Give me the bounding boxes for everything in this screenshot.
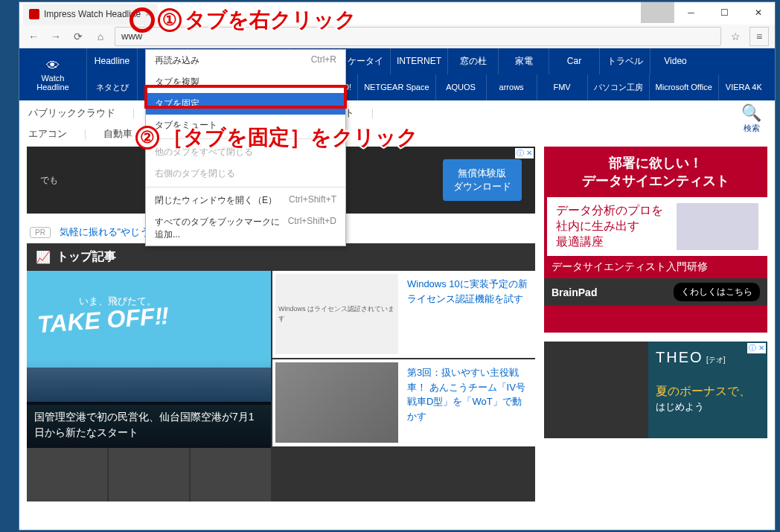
ad2-brand-sub: [テオ] xyxy=(706,356,726,364)
ad1-footer-title: データサイエンティスト入門研修 xyxy=(544,256,767,278)
back-button[interactable]: ← xyxy=(25,28,42,45)
tag-link[interactable]: エアコン xyxy=(28,127,67,141)
feature-overlay: TAKE OFF‼ xyxy=(36,302,170,339)
nav-item[interactable]: 窓の杜 xyxy=(447,48,498,74)
article-title: Windows 10に実装予定の新ライセンス認証機能を試す xyxy=(404,274,532,355)
annotation-text: ［タブを固定］をクリック xyxy=(162,124,418,152)
sub-thumb[interactable] xyxy=(27,448,107,501)
nav-item[interactable]: ネタとぴ xyxy=(86,74,137,100)
ad1-headline1: 部署に欲しい！ xyxy=(552,154,760,172)
annotation-number: ① xyxy=(158,8,182,32)
nav-item[interactable]: トラベル xyxy=(599,48,650,74)
ad2-brand: THEO xyxy=(656,349,703,365)
bolt-icon: 📈 xyxy=(36,250,51,264)
site-header: 👁 Watch Headline HeadlineVGAMEケータイINTERN… xyxy=(19,48,775,100)
site-logo[interactable]: 👁 Watch Headline xyxy=(19,48,86,100)
nav-item[interactable]: Car xyxy=(549,48,599,74)
ad1-cta[interactable]: くわしくはこちら xyxy=(674,283,760,301)
logo-text-2: Headline xyxy=(36,83,68,92)
top-header-text: トップ記事 xyxy=(57,249,116,265)
sub-thumbs xyxy=(27,448,535,501)
ad2-line1: 夏のボーナスで、 xyxy=(656,385,751,397)
menu-item[interactable]: 閉じたウィンドウを開く（E）Ctrl+Shift+T xyxy=(146,190,345,211)
logo-text-1: Watch xyxy=(42,74,65,83)
reload-button[interactable]: ⟳ xyxy=(70,28,86,45)
window-controls: ─ ☐ ✕ xyxy=(641,2,775,23)
spacer xyxy=(641,2,674,23)
tab-title: Impress Watch Headline xyxy=(44,9,141,19)
menu-item[interactable]: タブを複製 xyxy=(146,71,345,93)
nav-item[interactable]: VIERA 4K xyxy=(718,74,769,100)
menu-button[interactable]: ≡ xyxy=(749,27,769,46)
nav-item[interactable]: NETGEAR Space xyxy=(357,74,435,100)
menu-item[interactable]: 再読み込みCtrl+R xyxy=(146,50,345,71)
nav-item[interactable]: FMV xyxy=(537,74,587,100)
menu-item[interactable]: タブを固定 xyxy=(146,93,345,115)
ad1-headline2: データサイエンティスト xyxy=(552,172,760,190)
menu-item: 右側のタブを閉じる xyxy=(146,163,345,185)
nav-item[interactable]: arrows xyxy=(486,74,537,100)
top-articles-header: 📈 トップ記事 xyxy=(27,243,535,271)
nav-item[interactable]: Video xyxy=(650,48,700,74)
annotation-2: ② ［タブを固定］をクリック xyxy=(135,124,418,152)
home-button[interactable]: ⌂ xyxy=(92,28,109,45)
nav-item[interactable]: パソコン工房 xyxy=(587,74,649,100)
ad1-brand: BrainPad xyxy=(552,286,597,298)
side-ad-1[interactable]: 部署に欲しい！ データサイエンティスト データ分析のプロを 社内に生み出す 最適… xyxy=(544,147,767,333)
minimize-button[interactable]: ─ xyxy=(674,2,708,23)
article-list: Windows はライセンス認証されています Windows 10に実装予定の新… xyxy=(272,271,535,448)
circle-marker xyxy=(130,7,155,33)
ad2-line2: はじめよう xyxy=(656,401,704,412)
ad-cta-button[interactable]: 無償体験版 ダウンロード xyxy=(443,159,522,201)
content-area: でも Adobe Creative Cloudなら 1ライセンスで利用可能 無償… xyxy=(19,147,775,501)
nav-item[interactable]: Headline xyxy=(86,48,137,74)
star-icon[interactable]: ☆ xyxy=(727,28,744,45)
tab-favicon xyxy=(29,9,39,19)
tag-link[interactable]: パブリッククラウド xyxy=(28,106,115,120)
article-title: 第3回：扱いやすい主役戦車！ あんこうチーム「IV号戦車D型」を「WoT」で動か… xyxy=(404,362,532,443)
nav-item[interactable]: INTERNET xyxy=(390,48,447,74)
ad1-image xyxy=(677,203,758,250)
feature-article[interactable]: いま、飛びたて。 TAKE OFF‼ 国管理空港で初の民営化、仙台国際空港が7月… xyxy=(27,271,271,448)
forward-button[interactable]: → xyxy=(48,28,64,45)
menu-item[interactable]: すべてのタブをブックマークに追加...Ctrl+Shift+D xyxy=(146,211,345,246)
sub-thumb[interactable] xyxy=(109,448,189,501)
feature-caption: 国管理空港で初の民営化、仙台国際空港が7月1日から新たなスタート xyxy=(27,402,271,448)
article-row[interactable]: Windows はライセンス認証されています Windows 10に実装予定の新… xyxy=(272,271,535,358)
ad-left-text: でも xyxy=(40,174,58,187)
ad2-image xyxy=(544,342,648,438)
annotation-text: タブを右クリック xyxy=(185,6,357,34)
side-column: 部署に欲しい！ データサイエンティスト データ分析のプロを 社内に生み出す 最適… xyxy=(544,147,767,501)
browser-window: Impress Watch Headline × 新 ─ ☐ ✕ ← → ⟳ ⌂… xyxy=(19,1,776,531)
close-button[interactable]: ✕ xyxy=(741,2,775,23)
nav-item[interactable]: AQUOS xyxy=(435,74,486,100)
top-articles: 📈 トップ記事 いま、飛びたて。 TAKE OFF‼ 国管理空港で初の民営化、仙… xyxy=(27,243,535,501)
article-thumb xyxy=(275,362,398,443)
article-thumb: Windows はライセンス認証されています xyxy=(275,274,398,354)
article-row[interactable]: 第3回：扱いやすい主役戦車！ あんこうチーム「IV号戦車D型」を「WoT」で動か… xyxy=(272,359,535,446)
search-label: 検索 xyxy=(741,123,761,134)
ad2-info-close[interactable]: ⓘ ✕ xyxy=(747,343,766,353)
search-icon: 🔍 xyxy=(741,103,761,123)
annotation-1: ① タブを右クリック xyxy=(130,6,357,34)
annotation-number: ② xyxy=(135,126,159,150)
sub-thumb[interactable] xyxy=(191,448,271,501)
maximize-button[interactable]: ☐ xyxy=(708,2,741,23)
nav-item[interactable]: Microsoft Office xyxy=(649,74,718,100)
nav-item[interactable]: 家電 xyxy=(498,48,549,74)
nav-item[interactable]: ケータイ xyxy=(339,48,390,74)
ad1-body: データ分析のプロを 社内に生み出す 最適講座 xyxy=(556,203,677,250)
search-button[interactable]: 🔍 検索 xyxy=(741,103,761,134)
side-ad-2[interactable]: ⓘ ✕ THEO [テオ] 夏のボーナスで、 はじめよう xyxy=(544,342,767,438)
ad-info-close[interactable]: ⓘ ✕ xyxy=(515,148,534,158)
tag-link[interactable]: 自動車 xyxy=(103,127,132,141)
pr-badge: PR xyxy=(30,227,51,238)
